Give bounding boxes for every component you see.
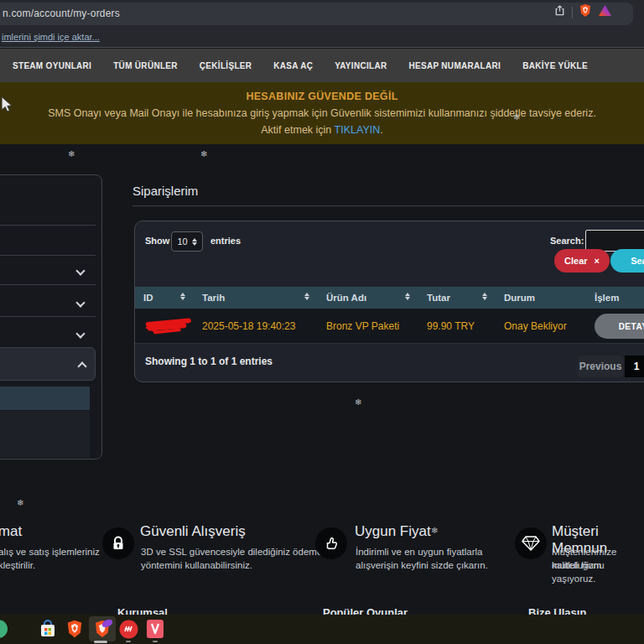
sidebar-subitem[interactable] [0,434,90,458]
brave-shield-icon[interactable] [579,3,592,21]
feature-desc: alış ve satış işlemleriniz [0,545,100,558]
orders-panel: Show 10 entries Search: Clear× Search ID… [134,221,644,382]
entries-label: entries [210,236,241,246]
snowflake-icon: ❄ [355,397,361,407]
chevron-down-icon [75,298,85,307]
nav-hesap-numaralari[interactable]: HESAP NUMARALARI [409,61,501,70]
detay-button[interactable]: DETAY [595,314,644,339]
taskbar-v-app-icon[interactable] [145,619,165,639]
screen: n.com/account/my-orders imlerini şimdi i… [0,0,644,644]
feature-title: Uygun Fiyat [355,523,431,540]
share-icon[interactable] [553,4,566,20]
feature-desc: mutluluğunu yaşıyoruz. [552,558,644,585]
orders-table-header: ID Tarih Ürün Adı Tutar Durum İşlem [135,287,644,309]
sidebar-subitem-selected[interactable] [0,387,90,410]
cell-durum: Onay Bekliyor [496,309,586,343]
banner-message: SMS Onayı veya Mail Onayı ile hesabınıza… [0,107,644,119]
diamond-icon [515,527,547,559]
taskbar-running-indicator [153,641,158,642]
nav-bakiye-yukle[interactable]: BAKİYE YÜKLE [522,61,588,70]
nav-tum-urunler[interactable]: TÜM ÜRÜNLER [113,61,178,70]
table-row: 2025-05-18 19:40:23 Bronz VP Paketi 99.9… [135,309,644,344]
table-summary: Showing 1 to 1 of 1 entries [145,356,273,367]
nav-cekilisler[interactable]: ÇEKİLİŞLER [200,61,252,70]
divider [0,225,96,226]
security-warning-banner: HESABINIZ GÜVENDE DEĞİL SMS Onayı veya M… [0,82,644,144]
chevron-down-icon [75,329,85,338]
column-header-islem: İşlem [586,287,644,309]
taskbar-green-app-icon[interactable] [0,619,8,639]
search-label: Search: [550,236,584,246]
nav-yayincilar[interactable]: YAYINCILAR [335,61,387,70]
taskbar-active-indicator [94,641,107,643]
taskbar-brave-active-icon[interactable] [92,619,112,639]
mouse-cursor-icon [1,96,13,116]
column-header-durum[interactable]: Durum [496,287,586,309]
previous-page-button[interactable]: Previous [578,356,623,377]
clear-button-label: Clear [564,256,588,266]
close-icon: × [595,256,600,266]
taskbar-brave-icon[interactable] [65,619,85,639]
thumbs-up-icon [315,527,347,559]
divider [572,7,573,18]
snowflake-icon: ❄ [431,526,438,535]
page-1-button[interactable]: 1 [625,356,644,377]
sidebar-subitem[interactable] [0,411,90,434]
url-text: n.com/account/my-orders [3,8,120,19]
page-title: Siparişlerim [132,184,198,198]
nav-kasa-ac[interactable]: KASA AÇ [273,61,313,70]
column-header-tutar[interactable]: Tutar [418,287,496,309]
column-header-urun-adi[interactable]: Ürün Adı [318,287,418,309]
main-nav: STEAM OYUNLARI TÜM ÜRÜNLER ÇEKİLİŞLER KA… [0,49,644,82]
cell-tarih: 2025-05-18 19:40:23 [194,309,318,343]
select-arrows-icon [192,238,197,246]
feature-title: Güvenli Alışveriş [140,523,246,540]
feature-desc: 3D ve SSL güvencesiyle dilediğiniz ödeme [141,545,322,558]
sort-icon [405,293,410,300]
url-bar[interactable]: n.com/account/my-orders [0,3,633,25]
entries-select-value: 10 [177,236,187,247]
banner-activate-prefix: Aktif etmek için [261,124,334,136]
divider [0,316,96,317]
snowflake-icon: ❄ [200,149,207,158]
account-sidebar [0,174,102,460]
chevron-down-icon [75,266,85,275]
divider [0,255,96,256]
search-button-label: Search [631,256,644,266]
chevron-up-icon [77,361,86,371]
feature-desc: İndirimli ve en uygun fiyatlarla [356,545,483,558]
column-label: Tarih [202,293,225,303]
search-button[interactable]: Search [610,249,644,273]
taskbar-store-icon[interactable] [38,619,58,639]
import-bookmarks-link[interactable]: imlerini şimdi içe aktar... [2,32,100,42]
column-header-id[interactable]: ID [135,287,194,309]
taskbar-red-app-icon[interactable] [118,619,138,639]
divider [0,284,96,285]
column-label: ID [143,293,153,303]
show-label: Show [145,236,169,246]
banner-title: HESABINIZ GÜVENDE DEĞİL [0,91,644,102]
cell-tutar: 99.90 TRY [418,309,496,343]
vpn-triangle-icon[interactable] [598,4,612,20]
sort-icon [304,293,309,300]
redaction-scribble-icon [143,315,195,335]
divider [132,205,644,206]
column-header-tarih[interactable]: Tarih [194,287,318,309]
sort-icon [482,293,487,300]
entries-select[interactable]: 10 [171,231,203,252]
feature-desc: kleştirilir. [0,558,35,572]
clear-button[interactable]: Clear× [554,249,610,273]
tiklayin-link[interactable]: TIKLAYIN [335,124,381,136]
nav-steam-oyunlari[interactable]: STEAM OYUNLARI [13,61,91,70]
browser-chrome: n.com/account/my-orders imlerini şimdi i… [0,0,644,48]
column-label: İşlem [595,293,619,303]
feature-title: imat [0,523,22,540]
feature-desc: alışverişin keyfini sizde çıkarın. [356,558,488,572]
sidebar-accordion-open[interactable] [0,347,96,381]
snowflake-icon: ❄ [17,498,23,507]
banner-activate-suffix: . [380,124,382,136]
taskbar [0,615,644,644]
sort-icon [180,293,185,300]
cell-id [135,309,194,343]
lock-icon [102,527,134,559]
